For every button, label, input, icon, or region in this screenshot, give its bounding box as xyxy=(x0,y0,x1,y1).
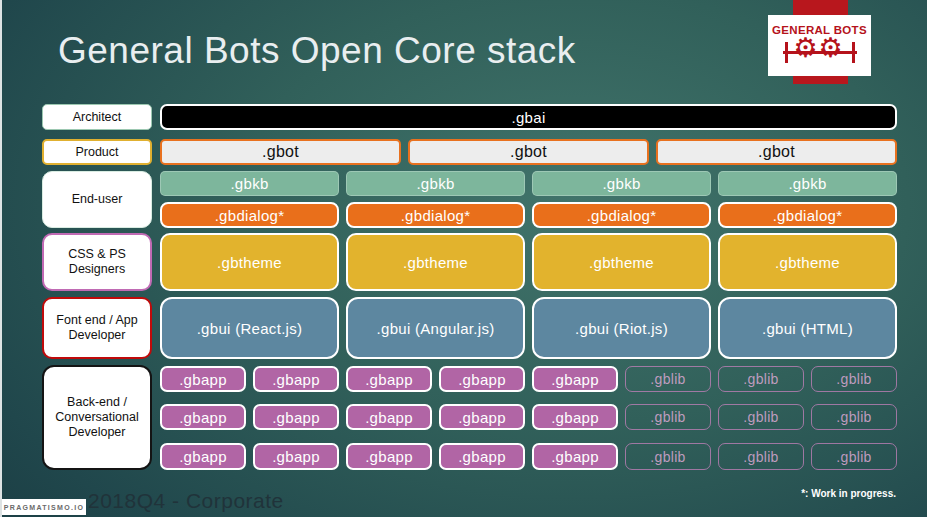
gbapp-block: .gbapp xyxy=(346,404,432,430)
gbot-block: .gbot xyxy=(408,139,649,165)
gblib-block: .gblib xyxy=(625,366,711,392)
left-edge-accent xyxy=(0,0,2,517)
gbdialog-block: .gbdialog* xyxy=(160,202,339,228)
gbui-angular-block: .gbui (Angular.js) xyxy=(346,297,525,359)
gbtheme-block: .gbtheme xyxy=(160,233,339,291)
gblib-block: .gblib xyxy=(811,443,897,470)
gbtheme-block: .gbtheme xyxy=(718,233,897,291)
gbkb-block: .gbkb xyxy=(160,171,339,196)
gbui-react-block: .gbui (React.js) xyxy=(160,297,339,359)
footer-edition-text: 2018Q4 - Corporate xyxy=(88,489,284,513)
row-gbapp-3: .gbapp .gbapp .gbapp .gbapp .gbapp .gbli… xyxy=(160,443,897,470)
gbai-block: .gbai xyxy=(160,104,897,130)
gbapp-block: .gbapp xyxy=(532,443,618,470)
gblib-block: .gblib xyxy=(811,404,897,430)
gbapp-block: .gbapp xyxy=(253,404,339,430)
gbkb-block: .gbkb xyxy=(532,171,711,196)
gbdialog-block: .gbdialog* xyxy=(718,202,897,228)
gblib-block: .gblib xyxy=(811,366,897,392)
row-gbkb: .gbkb .gbkb .gbkb .gbkb xyxy=(160,171,897,196)
gears-icon: ⚙ ⚙ xyxy=(783,37,857,67)
row-gbapp-1: .gbapp .gbapp .gbapp .gbapp .gbapp .gbli… xyxy=(160,366,897,392)
gbapp-block: .gbapp xyxy=(439,443,525,470)
role-label-frontend-app-developer: Font end / App Developer xyxy=(42,297,152,359)
slide: General Bots Open Core stack GENERAL BOT… xyxy=(0,0,927,517)
gbapp-block: .gbapp xyxy=(532,404,618,430)
gbapp-block: .gbapp xyxy=(160,404,246,430)
role-label-css-ps-designers: CSS & PS Designers xyxy=(42,233,152,291)
gblib-block: .gblib xyxy=(718,404,804,430)
gear-icon: ⚙ xyxy=(794,33,818,63)
gbapp-block: .gbapp xyxy=(346,443,432,470)
gear-icon: ⚙ xyxy=(819,33,843,63)
row-gbtheme: .gbtheme .gbtheme .gbtheme .gbtheme xyxy=(160,233,897,291)
gbapp-block: .gbapp xyxy=(439,366,525,392)
gbtheme-block: .gbtheme xyxy=(346,233,525,291)
gbdialog-block: .gbdialog* xyxy=(532,202,711,228)
role-label-architect: Architect xyxy=(42,104,152,130)
gbdialog-block: .gbdialog* xyxy=(346,202,525,228)
role-label-backend-conversational-developer: Back-end / Conversational Developer xyxy=(42,365,152,470)
gbapp-block: .gbapp xyxy=(160,443,246,470)
gbui-riot-block: .gbui (Riot.js) xyxy=(532,297,711,359)
gbot-block: .gbot xyxy=(656,139,897,165)
gbot-block: .gbot xyxy=(160,139,401,165)
gbapp-block: .gbapp xyxy=(160,366,246,392)
gbtheme-block: .gbtheme xyxy=(532,233,711,291)
row-gbdialog: .gbdialog* .gbdialog* .gbdialog* .gbdial… xyxy=(160,202,897,228)
gbapp-block: .gbapp xyxy=(439,404,525,430)
gbapp-block: .gbapp xyxy=(253,443,339,470)
gbkb-block: .gbkb xyxy=(346,171,525,196)
gear-left-bar xyxy=(785,42,788,63)
gbapp-block: .gbapp xyxy=(532,366,618,392)
gbui-html-block: .gbui (HTML) xyxy=(718,297,897,359)
gblib-block: .gblib xyxy=(718,443,804,470)
gblib-block: .gblib xyxy=(625,443,711,470)
gblib-block: .gblib xyxy=(718,366,804,392)
gbapp-block: .gbapp xyxy=(253,366,339,392)
slide-title: General Bots Open Core stack xyxy=(58,30,576,72)
role-label-end-user: End-user xyxy=(42,171,152,228)
row-gbot: .gbot .gbot .gbot xyxy=(160,139,897,165)
pragmatismo-watermark: PRAGMATISMO.IO xyxy=(2,499,86,515)
gear-right-bar xyxy=(852,42,855,63)
row-gbapp-2: .gbapp .gbapp .gbapp .gbapp .gbapp .gbli… xyxy=(160,404,897,430)
work-in-progress-note: *: Work in progress. xyxy=(801,488,896,499)
row-gbai: .gbai xyxy=(160,104,897,130)
role-label-product: Product xyxy=(42,139,152,165)
gbapp-block: .gbapp xyxy=(346,366,432,392)
gblib-block: .gblib xyxy=(625,404,711,430)
general-bots-logo: GENERAL BOTS ⚙ ⚙ xyxy=(768,15,871,76)
row-gbui: .gbui (React.js) .gbui (Angular.js) .gbu… xyxy=(160,297,897,359)
gbkb-block: .gbkb xyxy=(718,171,897,196)
